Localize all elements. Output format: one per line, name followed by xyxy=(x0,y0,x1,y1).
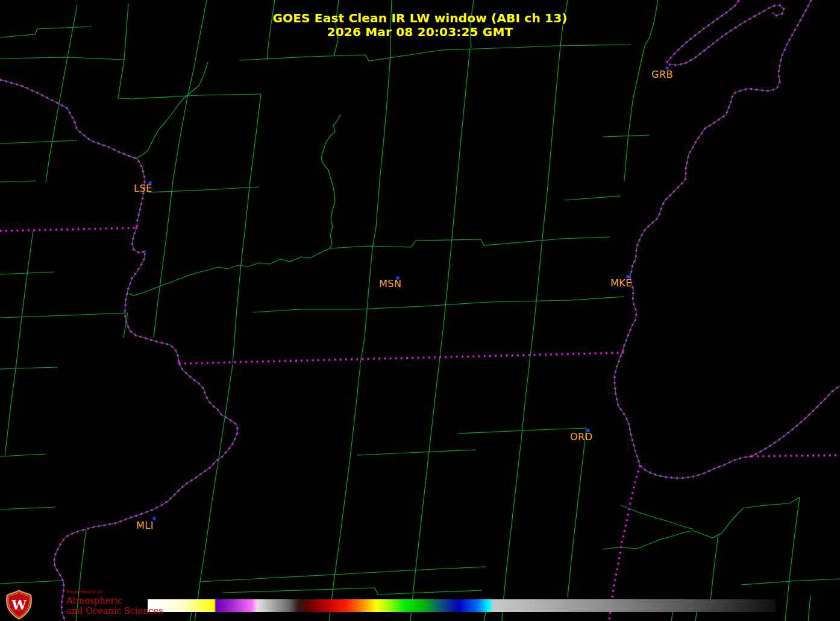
satellite-viewer: GOES East Clean IR LW window (ABI ch 13)… xyxy=(0,0,840,621)
station-label-MLI: MLI xyxy=(136,521,154,531)
logo-text: Department of Atmospheric and Oceanic Sc… xyxy=(66,590,163,615)
uw-crest-icon: W xyxy=(5,590,33,620)
uw-aos-logo: W Department of Atmospheric and Oceanic … xyxy=(5,590,163,620)
logo-name-line2: and Oceanic Sciences xyxy=(66,607,163,616)
colorbar xyxy=(148,599,776,612)
crest-monogram: W xyxy=(11,597,27,613)
station-label-GRB: GRB xyxy=(651,70,673,80)
station-label-LSE: LSE xyxy=(134,184,152,194)
station-label-MSN: MSN xyxy=(379,279,401,289)
logo-name-line1: Atmospheric xyxy=(66,596,163,605)
station-label-ORD: ORD xyxy=(570,432,593,442)
logo-dept-prefix: Department of xyxy=(66,590,163,594)
stations-layer: GRBLSEMSNMKEORDMLI xyxy=(0,0,840,621)
station-label-MKE: MKE xyxy=(610,279,632,288)
